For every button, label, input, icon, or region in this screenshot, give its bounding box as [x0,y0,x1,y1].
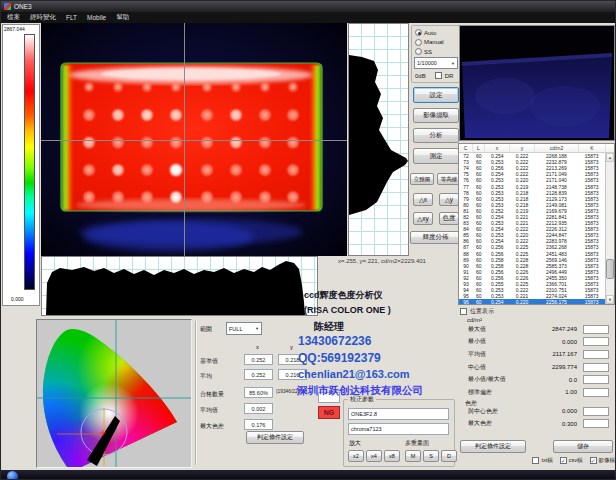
delta-y-button[interactable]: △y [439,193,459,206]
table-cell: 60 [473,257,485,263]
table-cell: 0.254 [485,238,510,244]
table-cell: 0.253 [485,184,510,190]
scroll-up-icon[interactable]: ▲ [606,153,614,162]
contact-email[interactable]: chenlian21@163.com [298,368,410,380]
table-row[interactable]: 96600.2540.2202256.17515873 [459,299,605,304]
checkbox[interactable]: ✓ [590,457,597,464]
checkbox[interactable] [532,457,539,464]
set-button[interactable]: 設定 [413,87,459,103]
luminance-dist-button[interactable]: 輝度分佈 [410,231,461,244]
stat-input-box[interactable] [583,375,609,384]
stat-label: 最大值 [459,325,523,334]
lens-field[interactable]: ONE3F2.8 [348,408,449,420]
avg-label: 平均 [200,372,212,381]
zoom-button-x2[interactable]: x2 [348,450,364,462]
start-button[interactable] [7,471,18,480]
stat-input-box[interactable] [583,363,609,372]
stat-value: 2299.774 [523,364,583,370]
mode-ss[interactable]: SS [412,47,460,57]
column-header[interactable]: y [510,144,535,152]
table-cell: 0.221 [510,214,535,220]
stat-input-box[interactable] [583,388,609,397]
table-cell: 82 [459,214,473,220]
table-cell: 74 [459,165,473,171]
multi-screen-button-D[interactable]: D [441,450,457,462]
mode-auto[interactable]: Auto [412,28,460,38]
analyze-button[interactable]: 分析 [413,128,459,143]
mode-manual[interactable]: Manual [412,38,460,48]
menu-item-4[interactable]: 幫助 [116,13,129,22]
scroll-down-icon[interactable]: ▼ [606,295,614,304]
stat-input-box[interactable] [583,325,609,334]
zoom-button-x8[interactable]: x8 [384,450,400,462]
delta-x-button[interactable]: △x [413,193,433,206]
save-option[interactable]: ✓csv檔 [560,457,583,464]
menu-item-0[interactable]: 檔案 [7,13,20,22]
stat-input-box[interactable] [583,337,609,346]
table-cell: 79 [459,196,473,202]
checkbox[interactable]: ✓ [560,457,567,464]
column-header[interactable]: L [473,144,485,152]
table-cell: 0.218 [510,196,535,202]
table-cell: 15873 [578,171,605,177]
multi-screen-button-M[interactable]: M [405,450,421,462]
table-cell: 15873 [578,281,605,287]
column-header[interactable]: C [459,144,473,152]
menu-item-1[interactable]: 經時變化 [30,13,56,22]
table-cell: 89 [459,257,473,263]
stat-row: 標準偏差1.00 [459,386,615,399]
menu-item-3[interactable]: Mobile [87,14,106,21]
delta-xy-button[interactable]: △xy [413,212,433,225]
chroma-button[interactable]: 色度 [439,212,459,225]
cie-diagram-panel[interactable] [36,319,192,468]
stat-input-box[interactable] [583,407,609,416]
table-cell: 15873 [578,287,605,293]
table-cell: 60 [473,171,485,177]
scrollbar-thumb[interactable] [606,259,614,279]
colorbar-gradient[interactable] [24,34,35,290]
show-position-checkbox[interactable] [460,308,467,315]
dr-checkbox[interactable] [435,72,442,79]
horizontal-profile-curve [42,257,317,315]
stat-label: 平均值 [459,350,523,359]
table-cell: 2149.081 [534,202,578,208]
zoom-button-x4[interactable]: x4 [366,450,382,462]
table-cell: 0.220 [510,232,535,238]
column-header[interactable]: x [485,144,510,152]
save-option[interactable]: ✓影像檔 [590,457,616,464]
table-cell: 85 [459,232,473,238]
column-header[interactable]: K [579,144,606,152]
heatmap-image [41,23,347,256]
menu-item-2[interactable]: FLT [66,14,77,21]
cie-diagram [37,320,191,467]
stat-input-box[interactable] [583,419,609,428]
luminance-heatmap[interactable] [41,23,347,256]
table-cell: 15873 [578,251,605,257]
stat-input-box[interactable] [583,350,609,359]
table-cell: 15873 [578,232,605,238]
table-cell: 2362.268 [534,244,578,250]
judge-condition-button[interactable]: 判定條件設定 [460,440,526,453]
multi-screen-button-S[interactable]: S [423,450,439,462]
measure-button[interactable]: 測定 [413,148,459,164]
table-scrollbar[interactable]: ▲ ▼ [605,153,614,304]
avg-x-box[interactable]: 0.252 [244,369,273,380]
table-cell: 0.253 [485,232,510,238]
ref-x-box[interactable]: 0.252 [244,354,273,365]
table-cell: 0.228 [510,263,535,269]
title-bar[interactable]: ONE3 [1,1,615,12]
save-option[interactable]: txt檔 [532,457,552,464]
column-header[interactable]: cd/m2 [535,144,579,152]
range-select[interactable]: FULL ▼ [226,322,262,335]
table-cell: 87 [459,244,473,250]
table-cell: 0.256 [485,275,510,281]
gain-row: 0dB DR [415,72,459,79]
shutter-select[interactable]: 1/10000 ▼ [414,57,458,69]
capture-button[interactable]: 影像擷取 [413,108,459,123]
judge-condition-button-2[interactable]: 判定條件設定 [246,431,304,444]
camera-preview[interactable] [459,25,615,141]
table-cell: 2226.312 [534,226,578,232]
stereo-button[interactable]: 立體圖 [410,173,434,185]
chroma-field[interactable]: chroma7123 [348,423,449,435]
save-button[interactable]: 儲存 [553,440,613,453]
